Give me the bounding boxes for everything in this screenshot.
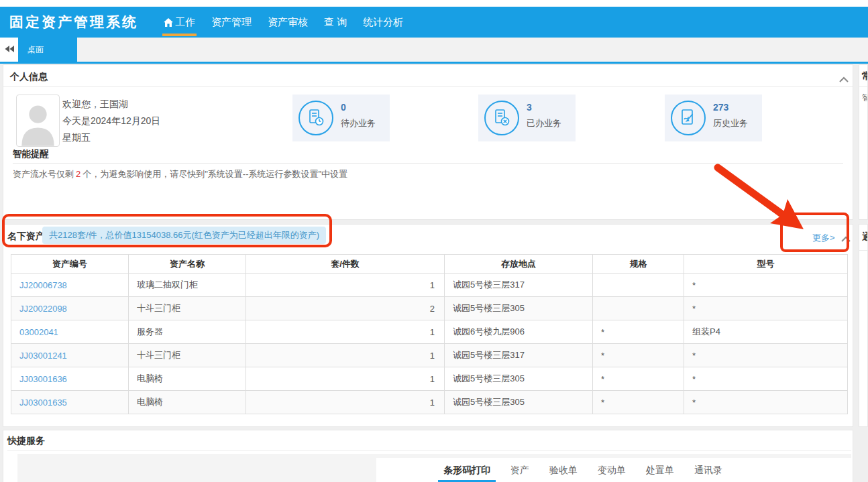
app-header: 固定资产管理系统 工作 资产管理 资产审核 查 询 统计分析	[0, 7, 868, 38]
asset-spec-cell	[593, 297, 684, 320]
table-row: 03002041 服务器 1 诚园6号楼九层906 * 组装P4	[11, 320, 848, 344]
asset-id-link[interactable]: JJ03001241	[11, 344, 129, 367]
nav-item-asset-mgmt[interactable]: 资产管理	[203, 7, 260, 38]
asset-location-cell: 诚园5号楼三层305	[445, 391, 593, 414]
asset-id-link[interactable]: JJ03001636	[11, 367, 129, 391]
tab-strip: 桌面	[0, 38, 868, 64]
quick-tab[interactable]: 条形码打印	[443, 458, 490, 482]
right-bottom-title-partial: 通	[862, 231, 868, 243]
reminder-text-before: 资产流水号仅剩	[13, 169, 74, 179]
reminder-count: 2	[74, 169, 83, 179]
asset-model-cell: *	[684, 297, 848, 320]
doc-pen-icon	[671, 101, 706, 135]
quick-header-divider	[7, 450, 851, 450]
stat-card-history[interactable]: 273 历史业务	[665, 95, 762, 141]
table-row: JJ20006738 玻璃二抽双门柜 1 诚园5号楼三层317 *	[11, 274, 848, 297]
quick-tab[interactable]: 变动单	[598, 458, 626, 482]
col-header-spec: 规格	[593, 255, 684, 274]
assets-table-body: JJ20006738 玻璃二抽双门柜 1 诚园5号楼三层317 * JJ2002…	[11, 274, 848, 414]
assets-collapse-button[interactable]	[841, 233, 851, 245]
reminder-text-after: 个，为避免影响使用，请尽快到"系统设置--系统运行参数设置"中设置	[83, 169, 347, 179]
quick-tabs-bar: 条形码打印 资产 验收单 变动单 处置单 通讯录	[376, 458, 851, 482]
stat-value: 0	[341, 102, 346, 113]
quick-tab[interactable]: 资产	[510, 458, 529, 482]
personal-header-divider	[3, 86, 853, 87]
more-link[interactable]: 更多>	[812, 232, 835, 244]
asset-model-cell: 组装P4	[684, 320, 848, 344]
chevron-up-icon	[841, 233, 851, 244]
nav-item-work[interactable]: 工作	[156, 7, 203, 38]
asset-location-cell: 诚园5号楼三层317	[445, 274, 593, 297]
date-text: 今天是2024年12月20日	[62, 113, 160, 129]
quick-services-panel: 快捷服务 条形码打印 资产 验收单 变动单 处置单 通讯录	[3, 430, 853, 482]
asset-count-cell: 1	[246, 320, 445, 344]
asset-id-link[interactable]: 03002041	[11, 320, 129, 344]
asset-name-cell: 电脑椅	[129, 367, 246, 391]
stat-card-pending[interactable]: 0 待办业务	[292, 95, 390, 141]
tab-desktop[interactable]: 桌面	[18, 38, 77, 62]
welcome-block: 欢迎您，王国湖 今天是2024年12月20日 星期五	[62, 96, 160, 146]
home-icon	[164, 18, 173, 27]
right-top-title-partial: 常	[862, 70, 868, 82]
nav-item-label: 工作	[175, 16, 195, 29]
nav-item-label: 统计分析	[363, 16, 403, 29]
doc-cross-icon	[484, 101, 519, 135]
asset-location-cell: 诚园5号楼三层305	[445, 367, 593, 391]
stat-card-done[interactable]: 3 已办业务	[478, 95, 576, 141]
nav-item-label: 资产管理	[211, 16, 252, 29]
right-top-text-partial: 智	[862, 92, 868, 104]
nav-item-query[interactable]: 查 询	[316, 7, 355, 38]
right-bottom-divider	[859, 250, 867, 251]
col-header-asset-name: 资产名称	[129, 255, 246, 274]
back-double-arrow-icon	[4, 44, 15, 56]
stat-label: 历史业务	[713, 117, 748, 129]
asset-count-cell: 1	[246, 344, 445, 367]
asset-model-cell: *	[684, 367, 848, 391]
personal-panel-title: 个人信息	[10, 71, 48, 83]
asset-name-cell: 服务器	[129, 320, 246, 344]
assets-table-header: 资产编号 资产名称 套/件数 存放地点 规格 型号	[11, 255, 848, 274]
quick-tab[interactable]: 处置单	[646, 458, 674, 482]
asset-spec-cell: *	[593, 367, 684, 391]
quick-content-area: 条形码打印 资产 验收单 变动单 处置单 通讯录	[17, 454, 851, 482]
stat-label: 已办业务	[527, 117, 561, 129]
asset-id-link[interactable]: JJ20022098	[11, 297, 129, 320]
stat-value: 273	[713, 102, 728, 113]
assets-panel-title: 名下资产	[7, 231, 45, 243]
nav-item-label: 查 询	[324, 16, 347, 29]
col-header-asset-id: 资产编号	[11, 255, 129, 274]
tabs-scroll-back-button[interactable]	[0, 38, 18, 62]
asset-spec-cell: *	[593, 344, 684, 367]
weekday-text: 星期五	[62, 129, 160, 146]
nav-item-asset-audit[interactable]: 资产审核	[260, 7, 316, 38]
welcome-text: 欢迎您，王国湖	[62, 96, 160, 113]
asset-count-cell: 1	[246, 274, 445, 297]
personal-collapse-button[interactable]	[839, 73, 849, 85]
asset-count-cell: 1	[246, 391, 445, 414]
right-panel-bottom-partial: 通	[859, 224, 868, 427]
asset-location-cell: 诚园5号楼三层317	[445, 344, 593, 367]
asset-name-cell: 玻璃二抽双门柜	[129, 274, 246, 297]
nav-item-label: 资产审核	[268, 16, 308, 29]
my-assets-panel: 名下资产 共2128套/件，总价值13154038.66元(红色资产为已经超出年…	[3, 224, 853, 427]
table-row: JJ03001241 十斗三门柜 1 诚园5号楼三层317 * *	[11, 344, 848, 367]
table-row: JJ03001635 电脑椅 1 诚园5号楼三层305 * *	[11, 391, 848, 414]
asset-id-link[interactable]: JJ03001635	[11, 391, 129, 414]
avatar	[16, 95, 60, 147]
quick-tab[interactable]: 验收单	[549, 458, 578, 482]
asset-id-link[interactable]: JJ20006738	[11, 274, 129, 297]
app-title: 固定资产管理系统	[9, 13, 138, 32]
quick-tab[interactable]: 通讯录	[694, 458, 722, 482]
asset-name-cell: 电脑椅	[129, 391, 246, 414]
stat-value: 3	[527, 102, 532, 113]
asset-count-cell: 2	[246, 297, 445, 320]
assets-summary-badge: 共2128套/件，总价值13154038.66元(红色资产为已经超出年限的资产)	[42, 227, 326, 244]
col-header-count: 套/件数	[246, 255, 445, 274]
quick-panel-title: 快捷服务	[7, 435, 45, 447]
asset-spec-cell: *	[593, 320, 684, 344]
asset-name-cell: 十斗三门柜	[129, 344, 246, 367]
window-top-gap	[0, 0, 868, 7]
stat-label: 待办业务	[341, 117, 376, 129]
nav-item-statistics[interactable]: 统计分析	[355, 7, 411, 38]
asset-count-cell: 1	[246, 367, 445, 391]
